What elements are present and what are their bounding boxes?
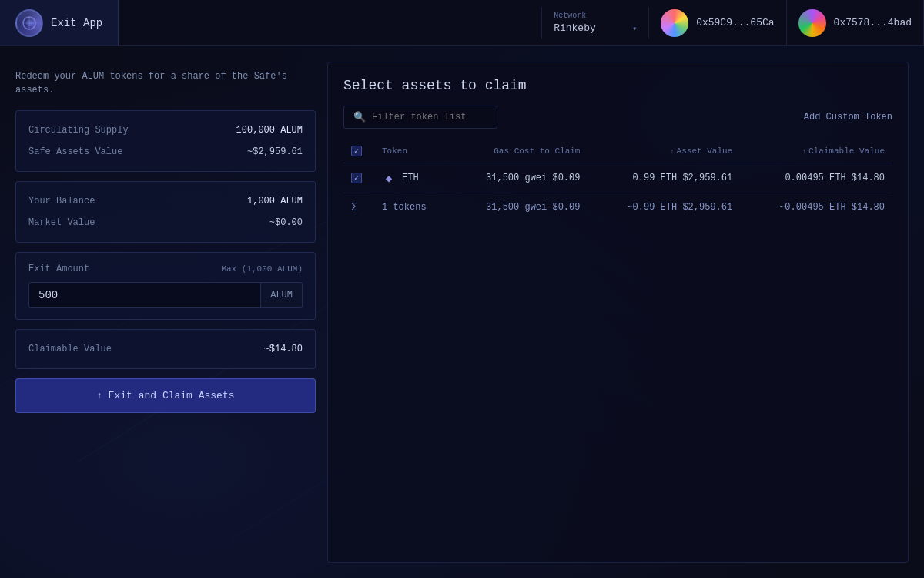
claimable-value-value: ~$14.80 bbox=[264, 344, 303, 355]
sum-row: Σ 1 tokens 31,500 gwei $0.09 ~0.99 ETH $… bbox=[343, 193, 892, 222]
market-value-row: Market Value ~$0.00 bbox=[28, 214, 303, 231]
th-checkbox bbox=[343, 139, 374, 163]
search-wrapper: 🔍 bbox=[343, 106, 497, 129]
exit-app-label: Exit App bbox=[51, 17, 102, 29]
sum-gas-cost-cell: 31,500 gwei $0.09 bbox=[450, 193, 588, 222]
avatar bbox=[798, 9, 826, 37]
wallet2-button[interactable]: 0x7578...4bad bbox=[787, 0, 924, 45]
app-logo bbox=[15, 9, 43, 37]
row-token-cell: ◆ ETH bbox=[374, 163, 450, 193]
eth-checkbox[interactable] bbox=[351, 173, 362, 183]
main-content: Redeem your ALUM tokens for a share of t… bbox=[0, 46, 924, 578]
your-balance-row: Your Balance 1,000 ALUM bbox=[28, 193, 303, 210]
search-icon: 🔍 bbox=[353, 111, 366, 123]
th-claimable-value[interactable]: ↑Claimable Value bbox=[740, 139, 892, 163]
balance-info-card: Your Balance 1,000 ALUM Market Value ~$0… bbox=[15, 181, 316, 243]
claimable-value-label: Claimable Value bbox=[28, 344, 112, 355]
chevron-down-icon: ▾ bbox=[632, 24, 637, 33]
exit-amount-max: Max (1,000 ALUM) bbox=[221, 264, 303, 274]
th-token: Token bbox=[374, 139, 450, 163]
upload-icon: ↑ bbox=[96, 391, 102, 402]
token-search-row: 🔍 Add Custom Token bbox=[343, 106, 892, 129]
network-section: Network Rinkeby Mainnet Ropsten Kovan ▾ bbox=[541, 7, 649, 39]
market-value-value: ~$0.00 bbox=[270, 217, 303, 228]
wallet1-button[interactable]: 0x59C9...65Ca bbox=[649, 0, 786, 45]
claimable-value-row: Claimable Value ~$14.80 bbox=[28, 341, 303, 358]
safe-assets-row: Safe Assets Value ~$2,959.61 bbox=[28, 143, 303, 160]
supply-info-card: Circulating Supply 100,000 ALUM Safe Ass… bbox=[15, 110, 316, 172]
eth-token-name: ETH bbox=[402, 173, 419, 183]
table-header-row: Token Gas Cost to Claim ↑Asset Value ↑Cl… bbox=[343, 139, 892, 163]
select-all-checkbox[interactable] bbox=[351, 146, 362, 156]
exit-amount-input-row: ALUM bbox=[28, 282, 303, 308]
exit-and-claim-button[interactable]: ↑ Exit and Claim Assets bbox=[15, 378, 316, 413]
exit-amount-input[interactable] bbox=[29, 283, 260, 307]
wallet2-address: 0x7578...4bad bbox=[834, 17, 912, 29]
eth-icon: ◆ bbox=[382, 171, 396, 185]
sum-token-count-cell: 1 tokens bbox=[374, 193, 450, 222]
assets-table: Token Gas Cost to Claim ↑Asset Value ↑Cl… bbox=[343, 139, 892, 221]
token-search-input[interactable] bbox=[372, 112, 487, 123]
claimable-value-card: Claimable Value ~$14.80 bbox=[15, 329, 316, 369]
sum-asset-value-cell: ~0.99 ETH $2,959.61 bbox=[588, 193, 740, 222]
circulating-supply-value: 100,000 ALUM bbox=[236, 125, 303, 136]
right-panel-title: Select assets to claim bbox=[343, 78, 892, 93]
asset-value-sort-icon: ↑ bbox=[670, 148, 674, 156]
exit-app-button[interactable]: Exit App bbox=[0, 0, 119, 45]
row-checkbox-cell bbox=[343, 163, 374, 193]
header-search-input[interactable] bbox=[119, 0, 541, 45]
network-label: Network bbox=[554, 12, 637, 20]
claimable-value-sort-icon: ↑ bbox=[802, 148, 806, 156]
avatar bbox=[661, 9, 688, 37]
your-balance-value: 1,000 ALUM bbox=[247, 196, 303, 207]
table-row: ◆ ETH 31,500 gwei $0.09 0.99 ETH $2,959.… bbox=[343, 163, 892, 193]
circulating-supply-row: Circulating Supply 100,000 ALUM bbox=[28, 122, 303, 139]
wallet1-address: 0x59C9...65Ca bbox=[696, 17, 774, 29]
row-asset-value-cell: 0.99 ETH $2,959.61 bbox=[588, 163, 740, 193]
exit-amount-label: Exit Amount bbox=[28, 264, 89, 274]
add-custom-token-button[interactable]: Add Custom Token bbox=[804, 112, 892, 123]
row-gas-cost-cell: 31,500 gwei $0.09 bbox=[450, 163, 588, 193]
exit-amount-unit: ALUM bbox=[260, 283, 302, 307]
your-balance-label: Your Balance bbox=[28, 196, 95, 207]
header: Exit App Network Rinkeby Mainnet Ropsten… bbox=[0, 0, 924, 46]
sigma-icon: Σ bbox=[351, 201, 357, 213]
exit-amount-section: Exit Amount Max (1,000 ALUM) ALUM bbox=[15, 252, 316, 320]
row-claimable-value-cell: 0.00495 ETH $14.80 bbox=[740, 163, 892, 193]
right-panel: Select assets to claim 🔍 Add Custom Toke… bbox=[327, 62, 909, 563]
safe-assets-label: Safe Assets Value bbox=[28, 146, 122, 157]
market-value-label: Market Value bbox=[28, 217, 95, 228]
exit-btn-label: Exit and Claim Assets bbox=[109, 390, 235, 402]
th-gas-cost: Gas Cost to Claim bbox=[450, 139, 588, 163]
left-panel: Redeem your ALUM tokens for a share of t… bbox=[15, 62, 316, 563]
circulating-supply-label: Circulating Supply bbox=[28, 125, 129, 136]
redeem-description: Redeem your ALUM tokens for a share of t… bbox=[15, 62, 316, 101]
sum-sigma-cell: Σ bbox=[343, 193, 374, 222]
sum-claimable-value-cell: ~0.00495 ETH $14.80 bbox=[740, 193, 892, 222]
th-asset-value[interactable]: ↑Asset Value bbox=[588, 139, 740, 163]
safe-assets-value: ~$2,959.61 bbox=[247, 146, 303, 157]
network-select[interactable]: Rinkeby Mainnet Ropsten Kovan bbox=[554, 22, 628, 34]
